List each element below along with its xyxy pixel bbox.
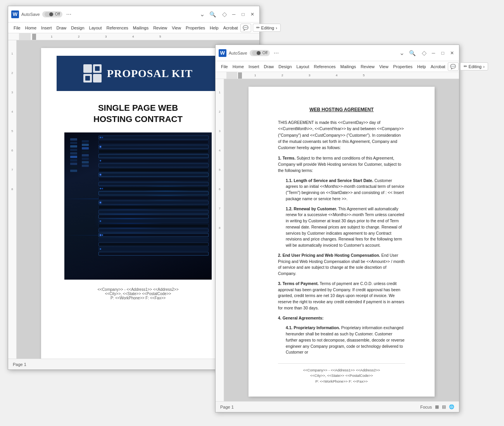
menu-design-1[interactable]: Design xyxy=(69,24,86,32)
doc-section-1-2: 1.2. Renewal by Customer. This Agreement… xyxy=(286,206,405,249)
comment-btn-1[interactable]: 💬 xyxy=(240,24,251,32)
ruler-num-8: 8 xyxy=(8,187,16,207)
menu-view-2[interactable]: View xyxy=(377,63,391,70)
menu-right-2: 💬 ✏ Editing › xyxy=(448,62,488,71)
maximize-btn-1[interactable]: □ xyxy=(239,10,247,18)
maximize-btn-2[interactable]: □ xyxy=(439,49,447,57)
cover-title-text: SINGLE PAGE WEB HOSTING CONTRACT xyxy=(57,103,219,125)
menu-home-1[interactable]: Home xyxy=(23,24,39,32)
menu-mail-1[interactable]: Mailings xyxy=(131,24,151,32)
doc-footer-2: <<Company>> - <<Address1>> <<Address2>> … xyxy=(278,363,405,384)
ruler-1: 1 2 3 4 5 xyxy=(8,33,259,40)
logo-box-tr xyxy=(93,64,102,73)
ruler-num-2-1: 1 xyxy=(216,91,224,110)
comment-btn-2[interactable]: 💬 xyxy=(448,62,459,71)
server-col-a xyxy=(98,136,209,277)
doc-area-2: 1 2 3 4 5 6 7 8 WEB HOSTING AGREEMENT TH… xyxy=(216,79,459,401)
menu-layout-1[interactable]: Layout xyxy=(87,24,104,32)
nav-left-2[interactable]: ⌄ xyxy=(398,48,406,57)
menu-review-2[interactable]: Review xyxy=(358,63,377,70)
editing-label-2: Editing xyxy=(469,64,482,69)
menu-mail-2[interactable]: Mailings xyxy=(338,63,358,70)
toggle-pill-1 xyxy=(45,12,54,17)
doc-intro: THIS AGREEMENT is made this <<CurrentDay… xyxy=(278,119,405,151)
menu-ref-1[interactable]: References xyxy=(104,24,131,32)
minimize-btn-1[interactable]: ─ xyxy=(230,10,238,18)
menu-ref-2[interactable]: References xyxy=(312,63,338,70)
server-image xyxy=(64,132,212,280)
menu-insert-1[interactable]: Insert xyxy=(39,24,54,32)
section3-title: 3. Terms of Payment. xyxy=(278,281,319,286)
autosave-toggle-1[interactable]: Off xyxy=(42,11,62,17)
toggle-pill-2 xyxy=(252,51,261,55)
ruler-num-4: 4 xyxy=(8,110,16,129)
menu-insert-2[interactable]: Insert xyxy=(246,63,262,70)
left-ruler-1: 1 2 3 4 5 6 7 8 xyxy=(8,40,17,359)
section1-1-title: 1.1. Length of Service and Service Start… xyxy=(286,178,373,183)
view-icon-2c[interactable]: 🌐 xyxy=(449,404,454,409)
title-bar-left-1: W AutoSave Off ··· xyxy=(11,10,198,19)
ribbon-chevron-2[interactable]: ··· xyxy=(272,49,280,57)
section4-1-title: 4.1. Proprietary Information. xyxy=(286,325,340,330)
doc-text: WEB HOSTING AGREEMENT THIS AGREEMENT is … xyxy=(264,94,419,396)
document-page-2[interactable]: WEB HOSTING AGREEMENT THIS AGREEMENT is … xyxy=(249,87,435,397)
ruler-num-2-8: 8 xyxy=(216,226,224,246)
title-center-1: ⌄ xyxy=(198,10,206,19)
menu-draw-2[interactable]: Draw xyxy=(262,63,276,70)
ruler-num-2-5: 5 xyxy=(216,168,224,187)
search-btn-1[interactable]: 🔍 xyxy=(206,10,219,19)
editing-btn-1[interactable]: ✏ Editing › xyxy=(253,24,281,32)
footer-line2: <<City>>, <<State>> <<PostalCode>> xyxy=(57,292,219,296)
menu-home-2[interactable]: Home xyxy=(230,63,246,70)
logo-box-tl xyxy=(83,64,92,73)
view-icon-2b[interactable]: ▤ xyxy=(442,404,446,409)
toggle-state-2: Off xyxy=(262,51,268,55)
doc-section-4-1: 4.1. Proprietary Information. Proprietar… xyxy=(286,325,405,356)
menu-design-2[interactable]: Design xyxy=(276,63,294,70)
doc-section-2: 2. End User Pricing and Web Hosting Comp… xyxy=(278,253,405,277)
menu-prop-2[interactable]: Properties xyxy=(391,63,415,70)
status-page-2: Page 1 xyxy=(220,405,234,409)
ruler-num-2-2: 2 xyxy=(216,110,224,129)
autosave-toggle-2[interactable]: Off xyxy=(250,50,270,56)
close-btn-1[interactable]: ✕ xyxy=(249,10,256,18)
menu-file-2[interactable]: File xyxy=(219,63,230,70)
ruler-num-2-4: 4 xyxy=(216,149,224,168)
autosave-label-1: AutoSave xyxy=(21,12,40,17)
document-page-1[interactable]: PROPOSAL KIT SINGLE PAGE WEB HOSTING CON… xyxy=(41,48,235,359)
toggle-state-1: Off xyxy=(55,12,60,16)
brand-name: PROPOSAL KIT xyxy=(107,67,193,80)
close-btn-2[interactable]: ✕ xyxy=(448,49,456,57)
cover-header-inner: PROPOSAL KIT xyxy=(64,64,212,82)
nav-left-1[interactable]: ⌄ xyxy=(198,10,206,19)
menu-file-1[interactable]: File xyxy=(11,24,23,32)
doc-section-1: 1. Terms. Subject to the terms and condi… xyxy=(278,155,405,173)
search-btn-2[interactable]: 🔍 xyxy=(406,48,419,58)
autosave-label-2: AutoSave xyxy=(229,51,247,55)
left-ruler-2: 1 2 3 4 5 6 7 8 xyxy=(216,79,224,401)
menu-acro-2[interactable]: Acrobat xyxy=(428,63,448,70)
menu-help-2[interactable]: Help xyxy=(415,63,428,70)
editing-btn-2[interactable]: ✏ Editing › xyxy=(460,62,488,70)
footer-line3: P: <<WorkPhone>> F: <<Fax>> xyxy=(57,296,219,300)
menu-prop-1[interactable]: Properties xyxy=(183,24,207,32)
menu-view-1[interactable]: View xyxy=(169,24,183,32)
menu-draw-1[interactable]: Draw xyxy=(54,24,69,32)
ruler-num-2-3: 3 xyxy=(216,129,224,149)
minimize-btn-2[interactable]: ─ xyxy=(430,49,437,57)
ruler-num-6: 6 xyxy=(8,149,16,168)
page-wrapper-2: WEB HOSTING AGREEMENT THIS AGREEMENT is … xyxy=(224,79,459,401)
cover-title: SINGLE PAGE WEB HOSTING CONTRACT xyxy=(57,103,219,125)
menu-acro-1[interactable]: Acrobat xyxy=(221,24,240,32)
menu-help-1[interactable]: Help xyxy=(207,24,221,32)
menu-layout-2[interactable]: Layout xyxy=(294,63,312,70)
rack-col-1 xyxy=(70,132,77,280)
doc-section-4: 4. General Agreements: xyxy=(278,315,405,321)
diamond-icon-2: ◇ xyxy=(420,49,428,57)
menu-review-1[interactable]: Review xyxy=(151,24,169,32)
ribbon-chevron-1[interactable]: ··· xyxy=(65,10,73,19)
doc-footer-line1: <<Company>> - <<Address1>> <<Address2>> xyxy=(278,368,405,373)
word-logo-1: W xyxy=(11,10,19,18)
ruler-2: 1 2 3 4 5 xyxy=(216,72,459,79)
view-icon-2a[interactable]: ▦ xyxy=(435,404,439,409)
